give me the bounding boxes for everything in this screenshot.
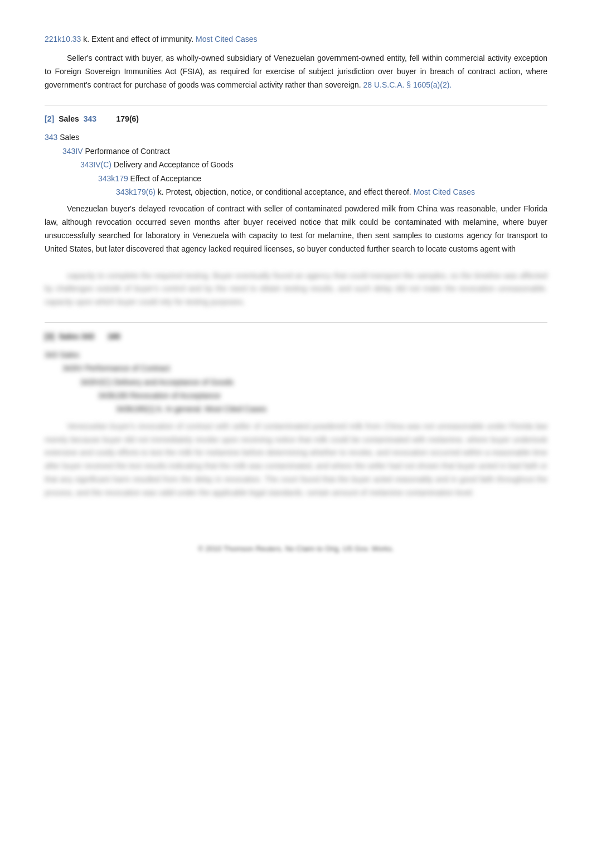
most-cited-link-2[interactable]: Most Cited Cases bbox=[414, 187, 475, 196]
tree-code-4[interactable]: 343k179(6) bbox=[116, 187, 156, 196]
blurred-num: 180 bbox=[99, 332, 120, 341]
tree-item-4: 343k179(6) k. Protest, objection, notice… bbox=[116, 186, 547, 198]
category-2: Sales bbox=[59, 114, 79, 123]
category-num-2[interactable]: 343 bbox=[84, 114, 96, 123]
section-2: [2] Sales 343 179(6) 343 Sales 343IV Per… bbox=[45, 114, 547, 255]
blurred-tree-4: 343k180(1) k. In general. Most Cited Cas… bbox=[116, 403, 547, 415]
tree-code-1[interactable]: 343IV bbox=[62, 147, 83, 156]
tree-label-3: Effect of Acceptance bbox=[130, 174, 201, 183]
section-divider-2 bbox=[45, 322, 547, 323]
blurred-category: Sales 343 bbox=[59, 332, 94, 341]
blurred-section-1: capacity to complete the required testin… bbox=[45, 269, 547, 309]
tree-label-0: Sales bbox=[60, 133, 79, 142]
blurred-tree-2: 343IV(C) Delivery and Acceptance of Good… bbox=[80, 376, 547, 388]
blurred-heading-2: [3] Sales 343 180 bbox=[45, 332, 547, 341]
subcategory-num-2: 179(6) bbox=[117, 114, 139, 123]
blurred-body-1: capacity to complete the required testin… bbox=[45, 269, 547, 309]
citation-line-1: 221k10.33 k. Extent and effect of immuni… bbox=[45, 33, 547, 45]
blurred-tree-section: 343 Sales 343IV Performance of Contract … bbox=[45, 349, 547, 416]
section-1: 221k10.33 k. Extent and effect of immuni… bbox=[45, 33, 547, 91]
footer: © 2010 Thomson Reuters. No Claim to Orig… bbox=[45, 544, 547, 553]
tree-section-2: 343 Sales 343IV Performance of Contract … bbox=[45, 131, 547, 198]
bracket-num-2[interactable]: [2] bbox=[45, 114, 54, 123]
blurred-tree-3: 343k180 Revocation of Acceptance bbox=[98, 389, 547, 402]
body-text-1: Seller's contract with buyer, as wholly-… bbox=[45, 52, 547, 91]
tree-label-2: Delivery and Acceptance of Goods bbox=[114, 160, 234, 169]
blurred-tree-1: 343IV Performance of Contract bbox=[62, 362, 547, 374]
tree-label-4: k. Protest, objection, notice, or condit… bbox=[158, 187, 414, 196]
statute-link-1[interactable]: 28 U.S.C.A. § 1605(a)(2). bbox=[363, 80, 452, 89]
tree-code-3[interactable]: 343k179 bbox=[98, 174, 128, 183]
blurred-section-2: [3] Sales 343 180 343 Sales 343IV Perfor… bbox=[45, 332, 547, 500]
tree-code-2[interactable]: 343IV(C) bbox=[80, 160, 111, 169]
blurred-bracket: [3] bbox=[45, 332, 54, 341]
citation-text-1-label: k. Extent and effect of immunity. bbox=[83, 35, 193, 44]
body-text-2: Venezuelan buyer's delayed revocation of… bbox=[45, 202, 547, 255]
section-2-heading: [2] Sales 343 179(6) bbox=[45, 114, 547, 123]
most-cited-link-1[interactable]: Most Cited Cases bbox=[196, 35, 257, 44]
blurred-body-2: Venezuelan buyer's revocation of contrac… bbox=[45, 420, 547, 500]
section-divider-1 bbox=[45, 105, 547, 105]
blurred-tree-0: 343 Sales bbox=[45, 349, 547, 361]
tree-item-1: 343IV Performance of Contract bbox=[62, 145, 547, 157]
footer-text: © 2010 Thomson Reuters. No Claim to Orig… bbox=[198, 544, 394, 553]
tree-item-0: 343 Sales bbox=[45, 131, 547, 143]
tree-code-0[interactable]: 343 bbox=[45, 133, 57, 142]
tree-item-3: 343k179 Effect of Acceptance bbox=[98, 172, 547, 185]
tree-label-1: Performance of Contract bbox=[85, 147, 170, 156]
tree-item-2: 343IV(C) Delivery and Acceptance of Good… bbox=[80, 158, 547, 171]
citation-code-1[interactable]: 221k10.33 bbox=[45, 35, 81, 44]
